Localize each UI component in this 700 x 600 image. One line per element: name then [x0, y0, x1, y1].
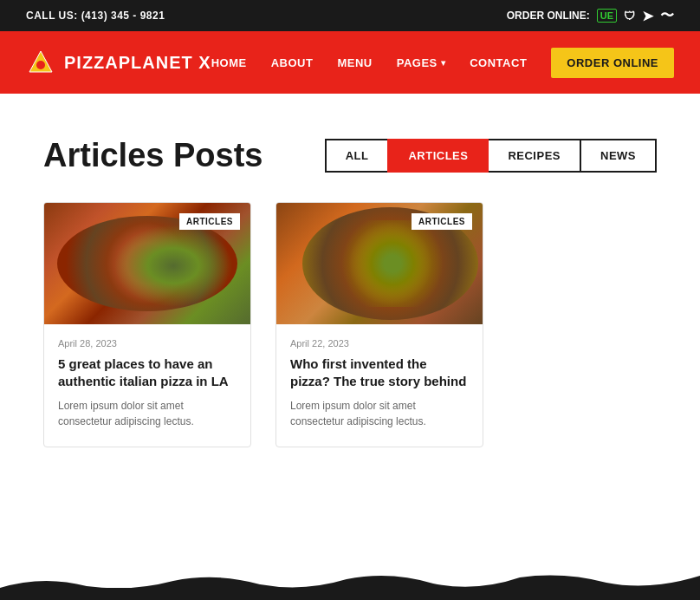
- card-title-1: 5 great places to have an authentic ital…: [58, 355, 237, 389]
- call-label: CALL US:: [26, 10, 78, 22]
- card-date-2: April 22, 2023: [290, 338, 469, 349]
- order-online-label: ORDER ONLINE:: [507, 10, 590, 22]
- order-online-button[interactable]: ORDER ONLINE: [551, 48, 674, 78]
- logo[interactable]: PIZZAPLANET X: [26, 48, 211, 77]
- footer: [0, 588, 700, 600]
- main-nav: HOME ABOUT MENU PAGES ▾ CONTACT ORDER ON…: [211, 48, 674, 78]
- filter-recipes[interactable]: RECIPES: [487, 139, 581, 173]
- nav-menu[interactable]: MENU: [337, 56, 372, 69]
- page-title: Articles Posts: [43, 137, 262, 174]
- card-body-1: April 28, 2023 5 great places to have an…: [44, 324, 250, 447]
- phone-info: CALL US: (413) 345 - 9821: [26, 10, 165, 22]
- card-excerpt-1: Lorem ipsum dolor sit amet consectetur a…: [58, 398, 237, 429]
- ubereats-icon[interactable]: UE: [597, 9, 617, 23]
- nav-about[interactable]: ABOUT: [271, 56, 314, 69]
- card-body-2: April 22, 2023 Who first invented the pi…: [276, 324, 483, 447]
- card-badge-1: ARTICLES: [179, 213, 240, 230]
- grubhub-icon[interactable]: ➤: [642, 8, 653, 24]
- card-badge-2: ARTICLES: [412, 213, 472, 230]
- order-online-section: ORDER ONLINE: UE 🛡 ➤ 〜: [507, 7, 674, 25]
- card-image-wrapper-2: ARTICLES: [276, 203, 483, 324]
- card-image-wrapper-1: ARTICLES: [44, 203, 250, 324]
- svg-point-1: [36, 61, 45, 69]
- cards-grid: ARTICLES April 28, 2023 5 great places t…: [43, 202, 657, 447]
- card-excerpt-2: Lorem ipsum dolor sit amet consectetur a…: [290, 398, 469, 429]
- filter-news[interactable]: NEWS: [580, 139, 657, 173]
- phone-number: (413) 345 - 9821: [81, 10, 165, 22]
- article-card-1[interactable]: ARTICLES April 28, 2023 5 great places t…: [43, 202, 251, 447]
- nav-pages[interactable]: PAGES ▾: [397, 56, 446, 69]
- nav-home[interactable]: HOME: [211, 56, 247, 69]
- nav-contact[interactable]: CONTACT: [470, 56, 527, 69]
- filter-articles[interactable]: ARTICLES: [387, 139, 489, 173]
- nav-pages-label: PAGES: [397, 56, 438, 69]
- articles-header: Articles Posts ALL ARTICLES RECIPES NEWS: [43, 137, 657, 174]
- filter-all[interactable]: ALL: [325, 139, 390, 173]
- postmates-icon[interactable]: 〜: [660, 7, 674, 25]
- doordash-icon[interactable]: 🛡: [624, 10, 635, 23]
- card-date-1: April 28, 2023: [58, 338, 237, 349]
- chevron-down-icon: ▾: [441, 58, 446, 68]
- top-bar: CALL US: (413) 345 - 9821 ORDER ONLINE: …: [0, 0, 700, 31]
- card-title-2: Who first invented the pizza? The true s…: [290, 355, 469, 389]
- filter-buttons: ALL ARTICLES RECIPES NEWS: [325, 139, 657, 173]
- logo-text: PIZZAPLANET X: [64, 53, 211, 73]
- logo-icon: [26, 48, 55, 77]
- header: PIZZAPLANET X HOME ABOUT MENU PAGES ▾ CO…: [0, 31, 700, 94]
- main-content: Articles Posts ALL ARTICLES RECIPES NEWS…: [0, 94, 700, 510]
- article-card-2[interactable]: ARTICLES April 22, 2023 Who first invent…: [275, 202, 483, 447]
